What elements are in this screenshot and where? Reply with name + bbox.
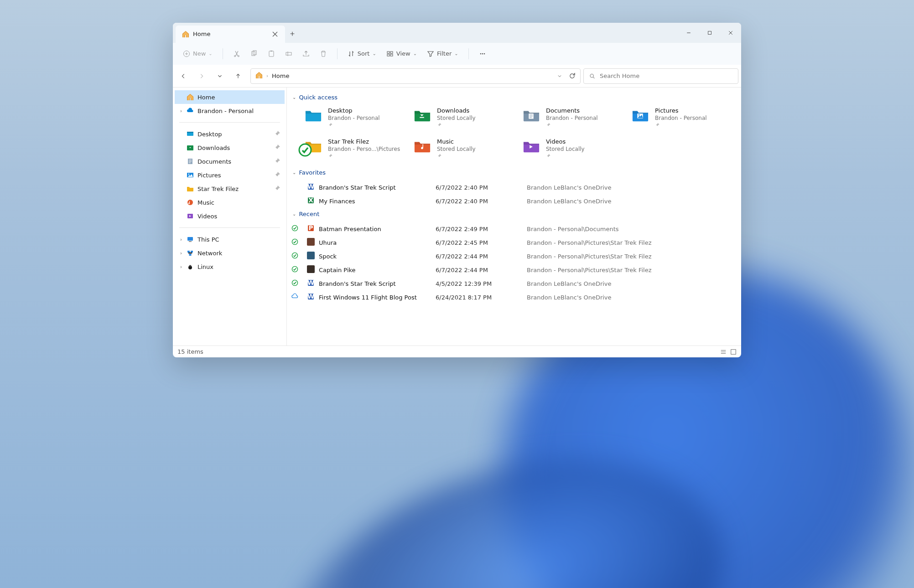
sidebar-item-label: Linux	[197, 263, 213, 270]
minimize-icon	[686, 30, 691, 36]
favorites-list: Brandon's Star Trek Script6/7/2022 2:40 …	[291, 181, 737, 208]
refresh-icon[interactable]	[569, 72, 576, 79]
quick-access-item[interactable]: PicturesBrandon - Personal	[631, 105, 737, 131]
addressbar-chevron-down-icon[interactable]	[557, 73, 562, 79]
item-count: 15 items	[177, 348, 203, 355]
search-input[interactable]	[600, 72, 732, 79]
new-button[interactable]: New ⌄	[179, 47, 216, 60]
section-title: Recent	[299, 211, 319, 217]
videos-icon	[187, 212, 194, 220]
chevron-right-icon[interactable]: ›	[178, 251, 184, 256]
file-row[interactable]: Captain Pike6/7/2022 2:44 PMBrandon - Pe…	[291, 263, 737, 277]
sidebar-item-linux[interactable]: ›Linux	[175, 260, 285, 273]
chevron-right-icon[interactable]: ›	[178, 237, 184, 242]
section-quick-access[interactable]: ⌄ Quick access	[292, 94, 737, 101]
pin-icon	[546, 123, 551, 128]
quick-access-item[interactable]: DownloadsStored Locally	[413, 105, 519, 131]
file-row[interactable]: Batman Presentation6/7/2022 2:49 PMBrand…	[291, 222, 737, 236]
quick-access-item[interactable]: MusicStored Locally	[413, 136, 519, 162]
folder-location: Stored Locally	[437, 146, 476, 152]
recent-locations-button[interactable]	[212, 68, 228, 84]
ppt-file-icon	[307, 224, 315, 232]
view-button[interactable]: View ⌄	[383, 47, 421, 60]
share-button[interactable]	[299, 47, 313, 60]
rename-button[interactable]	[281, 47, 296, 60]
quick-access-item[interactable]: VideosStored Locally	[522, 136, 628, 162]
back-button[interactable]	[176, 68, 191, 84]
file-row[interactable]: Uhura6/7/2022 2:45 PMBrandon - Personal\…	[291, 236, 737, 249]
sync-ok-icon	[291, 252, 298, 259]
new-tab-button[interactable]	[285, 25, 300, 43]
sync-ok-icon	[291, 238, 298, 245]
folder-icon	[187, 185, 194, 192]
file-date: 6/7/2022 2:40 PM	[436, 198, 527, 205]
file-row[interactable]: My Finances6/7/2022 2:40 PMBrandon LeBla…	[291, 194, 737, 208]
forward-button[interactable]	[194, 68, 209, 84]
file-name: Spock	[317, 253, 436, 260]
file-row[interactable]: Brandon's Star Trek Script4/5/2022 12:39…	[291, 277, 737, 290]
file-name: Brandon's Star Trek Script	[317, 280, 436, 287]
folder-icon	[522, 138, 540, 155]
folder-location: Stored Locally	[546, 146, 585, 152]
sidebar-item-videos[interactable]: Videos	[175, 209, 285, 223]
quick-access-item[interactable]: DesktopBrandon - Personal	[304, 105, 410, 131]
chevron-right-icon[interactable]: ›	[178, 108, 184, 113]
sidebar-item-home[interactable]: Home	[175, 90, 285, 104]
section-recent[interactable]: ⌄ Recent	[292, 211, 737, 217]
file-location: Brandon LeBlanc's OneDrive	[527, 294, 737, 301]
file-location: Brandon - Personal\Pictures\Star Trek Fi…	[527, 267, 737, 273]
chevron-down-icon	[217, 73, 223, 79]
file-row[interactable]: First Windows 11 Flight Blog Post6/24/20…	[291, 290, 737, 304]
paste-button[interactable]	[264, 47, 279, 60]
filter-button[interactable]: Filter ⌄	[423, 47, 462, 60]
linux-icon	[187, 263, 194, 270]
caret-down-icon: ⌄	[292, 95, 296, 100]
sidebar-item-music[interactable]: Music	[175, 196, 285, 209]
file-location: Brandon - Personal\Documents	[527, 226, 737, 232]
minimize-button[interactable]	[678, 23, 699, 43]
maximize-button[interactable]	[699, 23, 720, 43]
cut-button[interactable]	[229, 47, 244, 60]
folder-location: Brandon - Personal	[328, 115, 380, 121]
file-row[interactable]: Spock6/7/2022 2:44 PMBrandon - Personal\…	[291, 249, 737, 263]
chevron-right-icon[interactable]: ›	[178, 264, 184, 269]
tab-home[interactable]: Home	[176, 26, 285, 43]
sidebar-item-label: Documents	[197, 158, 231, 165]
sidebar-item-label: Brandon - Personal	[197, 108, 254, 114]
close-window-button[interactable]	[720, 23, 741, 43]
pin-icon	[274, 185, 281, 192]
quick-access-item[interactable]: Star Trek FilezBrandon - Perso...\Pictur…	[304, 136, 410, 162]
sidebar-item-this-pc[interactable]: ›This PC	[175, 232, 285, 246]
body: Home›Brandon - PersonalDesktopDownloadsD…	[173, 88, 741, 346]
sidebar-item-pictures[interactable]: Pictures	[175, 168, 285, 182]
large-icons-view-button[interactable]	[730, 349, 737, 355]
pictures-icon	[187, 171, 194, 179]
sidebar-item-desktop[interactable]: Desktop	[175, 127, 285, 141]
sidebar: Home›Brandon - PersonalDesktopDownloadsD…	[173, 88, 287, 346]
file-row[interactable]: Brandon's Star Trek Script6/7/2022 2:40 …	[291, 181, 737, 194]
caret-down-icon: ⌄	[292, 170, 296, 175]
address-bar[interactable]: › Home	[250, 68, 581, 84]
paste-icon	[268, 50, 275, 57]
delete-button[interactable]	[316, 47, 331, 60]
more-button[interactable]	[475, 47, 490, 60]
sidebar-item-star-trek-filez[interactable]: Star Trek Filez	[175, 182, 285, 196]
sidebar-item-label: Network	[197, 250, 222, 257]
quick-access-item[interactable]: DocumentsBrandon - Personal	[522, 105, 628, 131]
copy-icon	[250, 50, 258, 57]
search-box[interactable]	[583, 68, 738, 84]
close-tab-icon[interactable]	[271, 31, 279, 38]
file-location: Brandon LeBlanc's OneDrive	[527, 184, 737, 191]
sort-button[interactable]: Sort ⌄	[344, 47, 380, 60]
sidebar-item-documents[interactable]: Documents	[175, 155, 285, 168]
home-icon	[187, 93, 194, 101]
sidebar-item-brandon-personal[interactable]: ›Brandon - Personal	[175, 104, 285, 118]
copy-button[interactable]	[247, 47, 261, 60]
details-view-button[interactable]	[720, 349, 727, 355]
breadcrumb[interactable]: Home	[272, 72, 289, 79]
sidebar-item-downloads[interactable]: Downloads	[175, 141, 285, 155]
sidebar-item-network[interactable]: ›Network	[175, 246, 285, 260]
section-favorites[interactable]: ⌄ Favorites	[292, 169, 737, 176]
file-date: 6/7/2022 2:49 PM	[436, 226, 527, 232]
up-button[interactable]	[230, 68, 246, 84]
